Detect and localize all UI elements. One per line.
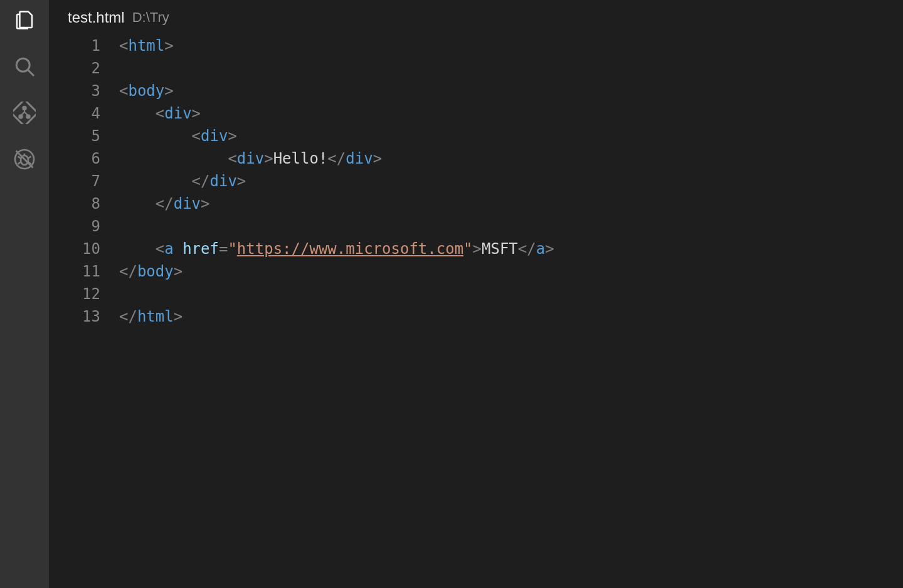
code-line[interactable]: </div> <box>119 170 903 192</box>
line-number: 5 <box>49 125 100 147</box>
line-number: 1 <box>49 34 100 57</box>
activity-bar <box>0 0 49 588</box>
code-line[interactable]: <div> <box>119 102 903 125</box>
code-content[interactable]: <html> <body> <div> <div> <div>Hello!</d… <box>119 34 903 588</box>
svg-line-1 <box>28 70 34 76</box>
code-line[interactable] <box>119 215 903 238</box>
editor-tab[interactable]: test.html D:\Try <box>49 0 903 34</box>
line-number: 11 <box>49 260 100 283</box>
svg-line-8 <box>18 157 21 159</box>
svg-rect-2 <box>13 102 36 124</box>
line-number: 9 <box>49 215 100 238</box>
code-line[interactable] <box>119 57 903 80</box>
line-number: 8 <box>49 192 100 215</box>
svg-point-0 <box>16 58 29 71</box>
line-number: 10 <box>49 238 100 260</box>
code-line[interactable]: <div> <box>119 125 903 147</box>
editor-pane: test.html D:\Try 12345678910111213 <html… <box>49 0 903 588</box>
line-number: 2 <box>49 57 100 80</box>
debug-icon[interactable] <box>13 148 36 171</box>
tab-filename: test.html <box>68 9 125 26</box>
line-number: 3 <box>49 80 100 102</box>
explorer-icon[interactable] <box>13 9 36 31</box>
code-line[interactable]: <div>Hello!</div> <box>119 147 903 170</box>
line-number: 12 <box>49 283 100 305</box>
code-line[interactable]: <body> <box>119 80 903 102</box>
line-number: 13 <box>49 305 100 328</box>
line-number: 4 <box>49 102 100 125</box>
code-line[interactable] <box>119 283 903 305</box>
code-line[interactable]: </div> <box>119 192 903 215</box>
code-line[interactable]: <a href="https://www.microsoft.com">MSFT… <box>119 238 903 260</box>
code-area[interactable]: 12345678910111213 <html> <body> <div> <d… <box>49 34 903 588</box>
line-number-gutter: 12345678910111213 <box>49 34 119 588</box>
app-root: test.html D:\Try 12345678910111213 <html… <box>0 0 903 588</box>
tab-filepath: D:\Try <box>132 9 169 26</box>
svg-line-10 <box>18 162 21 164</box>
source-control-icon[interactable] <box>13 102 36 124</box>
code-line[interactable]: <html> <box>119 34 903 57</box>
line-number: 7 <box>49 170 100 192</box>
search-icon[interactable] <box>13 55 36 78</box>
line-number: 6 <box>49 147 100 170</box>
code-line[interactable]: </body> <box>119 260 903 283</box>
code-line[interactable]: </html> <box>119 305 903 328</box>
svg-line-9 <box>28 157 31 159</box>
